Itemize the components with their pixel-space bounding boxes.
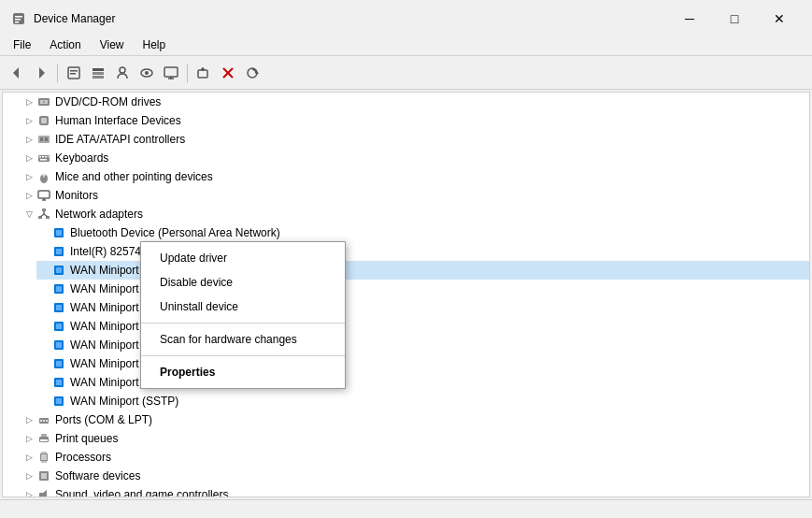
tree-label-monitors: Monitors: [55, 189, 98, 202]
svg-rect-58: [56, 286, 62, 292]
svg-rect-30: [38, 136, 50, 143]
tree-label-wan-sstp: WAN Miniport (SSTP): [70, 395, 178, 408]
svg-rect-45: [42, 209, 46, 211]
svg-rect-2: [15, 19, 21, 21]
toolbar-properties[interactable]: [111, 62, 134, 84]
svg-rect-68: [56, 380, 62, 385]
toolbar-properties-view[interactable]: [63, 62, 85, 84]
svg-rect-35: [42, 156, 44, 158]
tree-item-ide[interactable]: ▷ IDE ATA/ATAPI controllers: [21, 130, 809, 149]
device-tree[interactable]: ▷ DVD/CD-ROM drives ▷ Human Interface De…: [2, 92, 810, 497]
svg-marker-89: [43, 490, 47, 497]
svg-rect-32: [45, 137, 48, 141]
svg-rect-42: [38, 191, 50, 198]
expand-hid: ▷: [21, 113, 36, 128]
toolbar-list-view[interactable]: [87, 62, 109, 84]
expand-keyboard: ▷: [21, 151, 36, 165]
expand-ports: ▷: [21, 412, 36, 427]
svg-rect-9: [93, 68, 104, 71]
expand-wan-nm: [36, 338, 51, 353]
icon-bluetooth: [51, 225, 66, 240]
expand-wan-ipv6: [36, 300, 51, 315]
tree-item-processors[interactable]: ▷ Processors: [21, 448, 809, 467]
window-title: Device Manager: [34, 12, 115, 25]
expand-wan-pppoe: [36, 356, 51, 371]
toolbar-sep-1: [57, 64, 58, 82]
expand-software: ▷: [21, 468, 36, 483]
tree-item-bluetooth[interactable]: Bluetooth Device (Personal Area Network): [36, 223, 809, 242]
tree-item-print[interactable]: ▷ Print queues: [21, 429, 809, 448]
expand-wan-ikev2: [36, 263, 51, 278]
expand-mice: ▷: [21, 169, 36, 184]
icon-sound: [36, 487, 51, 497]
toolbar-back[interactable]: [6, 62, 28, 84]
tree-item-hid[interactable]: ▷ Human Interface Devices: [21, 111, 809, 130]
svg-point-72: [40, 420, 42, 422]
svg-rect-79: [41, 454, 47, 460]
title-bar: Device Manager ─ □ ✕: [0, 0, 812, 34]
svg-rect-66: [56, 361, 62, 367]
tree-item-network[interactable]: ▽ Network adapters: [21, 205, 809, 223]
app-icon: [11, 11, 26, 26]
context-menu-disable-device[interactable]: Disable device: [141, 270, 345, 295]
icon-wan-sstp: [51, 394, 66, 409]
menu-bar: File Action View Help: [0, 34, 812, 56]
tree-label-software: Software devices: [55, 469, 140, 482]
icon-intel-nic: [51, 244, 66, 259]
toolbar-scan-hardware[interactable]: [241, 62, 264, 84]
tree-item-mice[interactable]: ▷ Mice and other pointing devices: [21, 167, 809, 186]
icon-wan-pptp: [51, 375, 66, 390]
svg-rect-62: [56, 324, 62, 329]
tree-item-keyboard[interactable]: ▷ Keyboards: [21, 149, 809, 167]
toolbar-uninstall[interactable]: [217, 62, 239, 84]
expand-network: ▽: [21, 207, 36, 222]
menu-file[interactable]: File: [4, 36, 40, 54]
toolbar-sep-2: [187, 64, 188, 82]
context-menu-update-driver[interactable]: Update driver: [141, 246, 345, 270]
icon-ports: [36, 412, 51, 427]
menu-help[interactable]: Help: [134, 36, 176, 54]
maximize-button[interactable]: □: [713, 6, 756, 32]
context-menu-uninstall-device[interactable]: Uninstall device: [141, 295, 345, 319]
svg-rect-29: [41, 118, 47, 123]
svg-rect-3: [15, 22, 19, 23]
menu-action[interactable]: Action: [40, 36, 90, 54]
toolbar-forward[interactable]: [30, 62, 52, 84]
icon-wan-nm: [51, 338, 66, 353]
toolbar-show-hidden[interactable]: [135, 62, 158, 84]
context-menu-properties[interactable]: Properties: [141, 360, 345, 384]
tree-label-print: Print queues: [55, 432, 118, 445]
tree-item-software[interactable]: ▷ Software devices: [21, 467, 809, 485]
expand-wan-sstp: [36, 394, 51, 409]
expand-wan-ip: [36, 281, 51, 296]
svg-rect-8: [70, 73, 76, 75]
context-menu-scan-hardware[interactable]: Scan for hardware changes: [141, 327, 345, 352]
icon-dvdcd: [36, 94, 51, 109]
tree-item-monitors[interactable]: ▷ Monitors: [21, 186, 809, 205]
tree-item-sound[interactable]: ▷ Sound, video and game controllers: [21, 485, 809, 497]
toolbar-scan-monitor[interactable]: [160, 62, 182, 84]
svg-rect-34: [39, 156, 41, 158]
expand-ide: ▷: [21, 132, 36, 147]
toolbar-add-hardware[interactable]: [192, 62, 215, 84]
context-menu-sep-1: [141, 323, 345, 324]
close-button[interactable]: ✕: [758, 6, 801, 32]
expand-processors: ▷: [21, 450, 36, 465]
tree-item-dvdcd[interactable]: ▷ DVD/CD-ROM drives: [21, 93, 809, 111]
tree-item-wan-sstp[interactable]: WAN Miniport (SSTP): [36, 392, 809, 410]
svg-point-74: [46, 420, 48, 422]
status-bar: [0, 499, 812, 518]
svg-rect-1: [15, 16, 22, 18]
toolbar: [0, 56, 812, 90]
tree-item-ports[interactable]: ▷ Ports (COM & LPT): [21, 410, 809, 429]
icon-hid: [36, 113, 51, 128]
minimize-button[interactable]: ─: [668, 6, 711, 32]
main-content: ▷ DVD/CD-ROM drives ▷ Human Interface De…: [0, 90, 812, 499]
tree-label-network: Network adapters: [55, 208, 143, 221]
expand-intel-nic: [36, 244, 51, 259]
icon-wan-pppoe: [51, 356, 66, 371]
svg-rect-7: [70, 70, 78, 72]
icon-wan-ip: [51, 281, 66, 296]
svg-rect-10: [93, 72, 104, 75]
menu-view[interactable]: View: [91, 36, 134, 54]
